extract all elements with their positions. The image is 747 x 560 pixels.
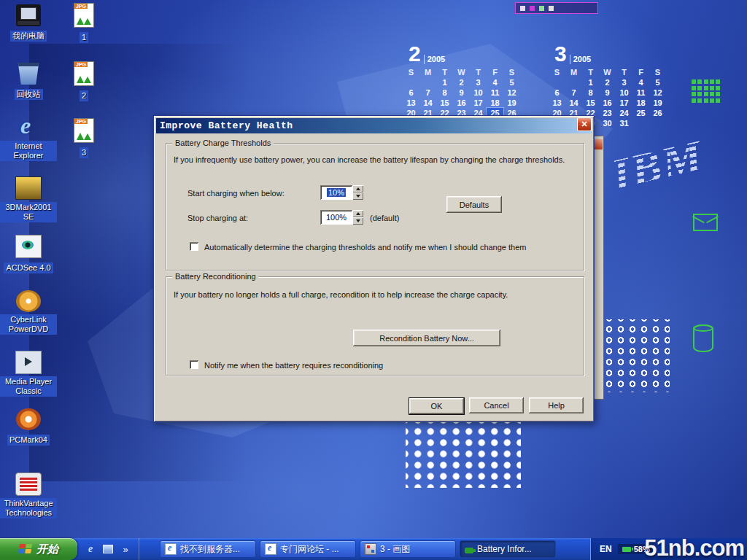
- desktop-icon-label: Media Player Classic: [0, 376, 57, 397]
- task-button-server-not-found[interactable]: 找不到服务器...: [160, 540, 256, 558]
- defaults-button[interactable]: Defaults: [446, 196, 502, 213]
- desktop-icon-internet-explorer[interactable]: Internet Explorer: [0, 117, 57, 161]
- start-threshold-down-arrow[interactable]: [352, 192, 363, 200]
- auto-determine-checkbox[interactable]: [190, 242, 198, 251]
- calendar-year: 2005: [570, 55, 591, 64]
- default-note: (default): [370, 214, 399, 222]
- calendar-day-headers: SMTWTFS: [403, 67, 528, 77]
- calendar-month-title: 3 2005: [549, 41, 674, 64]
- stop-threshold-up-arrow[interactable]: [352, 210, 363, 217]
- background-window-close-button[interactable]: [595, 139, 603, 149]
- desktop-icon-label: 1: [80, 32, 88, 43]
- calendar-month-number: 2: [409, 44, 421, 64]
- thinkvantage-icon: [15, 472, 42, 496]
- desktop-icon-jpg-3[interactable]: 3: [63, 118, 105, 158]
- ok-button[interactable]: OK: [409, 397, 465, 415]
- improve-battery-health-dialog: Improve Battery Health ✕ Battery Charge …: [153, 115, 595, 422]
- jpg-file-icon: [74, 3, 94, 28]
- task-button-paint[interactable]: 3 - 画图: [360, 540, 456, 558]
- 3dmark-icon: [15, 176, 42, 200]
- calendar-month-number: 3: [554, 44, 567, 64]
- paint-icon: [365, 543, 376, 555]
- task-button-battery-information[interactable]: Battery Infor...: [460, 540, 556, 558]
- desktop-icon-label: ACDSee 4.0: [4, 262, 53, 273]
- mini-toolbar-icon: [520, 6, 525, 11]
- auto-determine-checkbox-label[interactable]: Automatically determine the charging thr…: [204, 243, 576, 252]
- desktop-icon-acdsee[interactable]: ACDSee 4.0: [0, 235, 57, 273]
- desktop-icon-jpg-1[interactable]: 1: [63, 3, 105, 43]
- group-label: Battery Charge Thresholds: [172, 139, 274, 147]
- stop-threshold-label: Stop charging at:: [187, 214, 248, 222]
- task-buttons: 找不到服务器... 专门网论坛 - ... 3 - 画图 Battery Inf…: [160, 540, 556, 558]
- tray-battery-icon: [622, 547, 631, 552]
- cancel-button[interactable]: Cancel: [469, 397, 524, 413]
- desktop-icon-label: 3: [80, 147, 88, 158]
- desktop-icon-powerdvd[interactable]: CyberLink PowerDVD: [0, 290, 57, 335]
- start-threshold-label: Start charging when below:: [187, 189, 285, 198]
- group-battery-charge-thresholds: Battery Charge Thresholds If you infrequ…: [166, 143, 584, 271]
- quick-launch-show-desktop-icon[interactable]: [102, 543, 114, 555]
- start-threshold-value: 10%: [327, 188, 346, 197]
- quick-launch-ie-icon[interactable]: e: [85, 543, 96, 555]
- desktop-icon-label: PCMark04: [7, 435, 50, 446]
- desktop-icon-my-computer[interactable]: 我的电脑: [0, 4, 57, 42]
- desktop-icon-label: Internet Explorer: [0, 141, 57, 161]
- desktop-icon-thinkvantage[interactable]: ThinkVantage Technologies: [0, 472, 57, 518]
- desktop-icon-label: 3DMark2001 SE: [0, 202, 57, 222]
- ie-page-icon: [265, 543, 276, 555]
- stop-threshold-input[interactable]: 100%: [320, 210, 352, 225]
- mini-toolbar-icon: [549, 6, 554, 11]
- recycle-bin-icon: [16, 63, 41, 85]
- internet-explorer-icon: [16, 117, 41, 139]
- media-player-classic-icon: [15, 351, 42, 374]
- wallpaper-grid-icon: [692, 79, 721, 103]
- mini-toolbar-icon: [530, 6, 535, 11]
- wallpaper-dot-grid-solid: [406, 421, 521, 488]
- wallpaper-mini-toolbar: [515, 2, 598, 14]
- reconditioning-description: If your battery no longer holds a full c…: [174, 290, 576, 299]
- recondition-battery-now-button[interactable]: Recondition Battery Now...: [353, 330, 500, 346]
- start-threshold-input[interactable]: 10%: [320, 185, 352, 200]
- battery-icon: [465, 548, 473, 553]
- quick-launch: e »: [77, 538, 139, 560]
- calendar-month-title: 2 2005: [403, 41, 528, 64]
- jpg-file-icon: [74, 61, 94, 86]
- help-button[interactable]: Help: [529, 397, 584, 413]
- start-threshold-spinbox: 10%: [320, 185, 363, 200]
- mini-toolbar-icon: [539, 6, 544, 11]
- tray-language-indicator[interactable]: EN: [600, 544, 612, 554]
- wallpaper-battery-cylinder-icon: [693, 324, 713, 352]
- desktop-icon-pcmark04[interactable]: PCMark04: [0, 408, 57, 446]
- desktop-icon-3dmark2001[interactable]: 3DMark2001 SE: [0, 176, 57, 222]
- wallpaper-envelope-icon: [693, 214, 718, 231]
- stop-threshold-spinbox: 100%: [320, 210, 363, 225]
- watermark-51nb: 51nb.com: [644, 535, 744, 560]
- desktop-icon-media-player-classic[interactable]: Media Player Classic: [0, 351, 57, 397]
- desktop-icon-label: ThinkVantage Technologies: [0, 498, 57, 518]
- notify-recondition-checkbox-label[interactable]: Notify me when the battery requires reco…: [204, 361, 576, 370]
- desktop-icon-label: CyberLink PowerDVD: [0, 314, 57, 335]
- task-button-forum[interactable]: 专门网论坛 - ...: [260, 540, 356, 558]
- desktop-icon-label: 2: [80, 90, 88, 101]
- start-button-label: 开始: [36, 542, 58, 556]
- my-computer-icon: [16, 4, 41, 26]
- close-icon[interactable]: ✕: [577, 117, 592, 131]
- pcmark-icon: [16, 408, 41, 430]
- dialog-title-bar: Improve Battery Health: [156, 118, 592, 133]
- group-battery-reconditioning: Battery Reconditioning If your battery n…: [166, 276, 584, 376]
- powerdvd-icon: [16, 290, 41, 312]
- start-threshold-up-arrow[interactable]: [352, 185, 363, 192]
- quick-launch-chevron-icon[interactable]: »: [120, 543, 131, 555]
- notify-recondition-checkbox[interactable]: [190, 360, 198, 369]
- calendar-day-headers: SMTWTFS: [549, 67, 674, 77]
- desktop-icon-recycle-bin[interactable]: 回收站: [0, 63, 57, 100]
- group-label: Battery Reconditioning: [172, 272, 259, 281]
- wallpaper-dot-grid-outline: [598, 319, 670, 392]
- desktop-icon-label: 我的电脑: [10, 31, 47, 42]
- desktop-icon-jpg-2[interactable]: 2: [63, 61, 105, 101]
- dialog-title: Improve Battery Health: [160, 120, 293, 131]
- calendar-year: 2005: [424, 55, 445, 64]
- stop-threshold-down-arrow[interactable]: [352, 217, 363, 225]
- stop-threshold-value: 100%: [326, 213, 347, 222]
- start-button[interactable]: 开始: [0, 538, 77, 560]
